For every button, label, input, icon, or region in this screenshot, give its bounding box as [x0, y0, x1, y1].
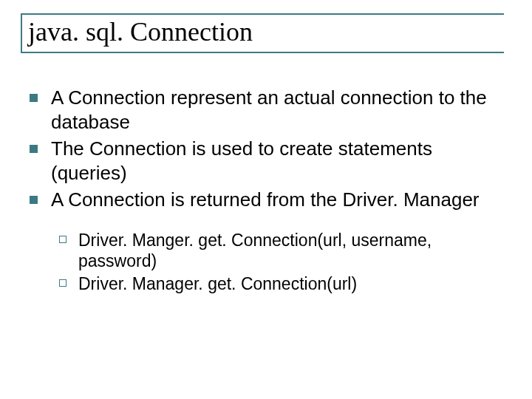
- bullet-text: A Connection represent an actual connect…: [51, 86, 502, 134]
- sub-bullet-text: Driver. Manger. get. Connection(url, use…: [78, 230, 502, 273]
- list-item: Driver. Manager. get. Connection(url): [59, 273, 502, 295]
- title-container: java. sql. Connection: [21, 13, 504, 53]
- sub-bullet-text: Driver. Manager. get. Connection(url): [78, 273, 357, 295]
- list-item: Driver. Manger. get. Connection(url, use…: [59, 230, 502, 273]
- square-bullet-icon: [30, 94, 38, 102]
- slide-title: java. sql. Connection: [28, 18, 504, 47]
- bullet-text: A Connection is returned from the Driver…: [51, 188, 480, 212]
- sub-bullet-list: Driver. Manger. get. Connection(url, use…: [59, 230, 502, 295]
- hollow-square-icon: [59, 279, 66, 287]
- content-area: A Connection represent an actual connect…: [30, 86, 502, 296]
- hollow-square-icon: [59, 236, 66, 243]
- title-box: java. sql. Connection: [21, 13, 504, 53]
- square-bullet-icon: [30, 145, 38, 153]
- list-item: A Connection represent an actual connect…: [30, 86, 502, 134]
- square-bullet-icon: [30, 196, 38, 204]
- list-item: A Connection is returned from the Driver…: [30, 188, 502, 212]
- main-bullet-list: A Connection represent an actual connect…: [30, 86, 502, 212]
- bullet-text: The Connection is used to create stateme…: [51, 137, 502, 185]
- list-item: The Connection is used to create stateme…: [30, 137, 502, 185]
